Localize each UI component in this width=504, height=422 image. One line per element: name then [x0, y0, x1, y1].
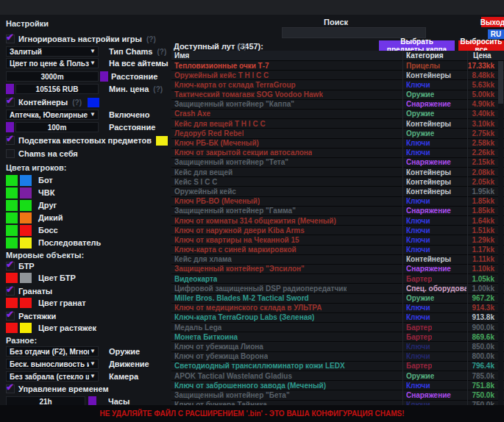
help-hint[interactable]: (?) — [237, 43, 246, 51]
item-category: Снаряжение — [406, 391, 451, 399]
select-kappa-items-button[interactable]: Выбрать предметы каппа — [379, 40, 455, 51]
world-object-color-swatch[interactable] — [6, 323, 18, 333]
misc-dropdown-row: Без забрала (стекло шлема)▼Камера — [6, 371, 171, 382]
table-row[interactable]: Miller Bros. Blades M-2 Tactical SwordОр… — [171, 294, 504, 304]
player-visible-color-swatch[interactable] — [6, 200, 18, 211]
min-price-value: 105156 RUB — [36, 85, 79, 93]
table-row[interactable]: Защищенный контейнер "Эпсилон"Снаряжение… — [171, 265, 504, 274]
self-chams-checkbox[interactable] — [6, 149, 15, 158]
table-row[interactable]: Ключ от наружной двери Kiba ArmsКлючи1.5… — [171, 226, 504, 235]
containers-color-swatch[interactable] — [88, 98, 99, 107]
distance-value: 3000m — [40, 73, 63, 81]
table-scrollbar[interactable] — [498, 61, 503, 405]
misc-dropdown[interactable]: Беск. выносливость и нет уста▼ — [6, 359, 99, 369]
help-hint[interactable]: (?) — [146, 35, 156, 43]
player-visible-color-swatch[interactable] — [6, 175, 18, 186]
search-input[interactable] — [282, 27, 426, 38]
quest-highlight-color-swatch[interactable] — [156, 136, 168, 146]
min-price-label: Мин. цена — [109, 85, 149, 93]
player-visible-color-swatch[interactable] — [6, 225, 18, 236]
table-row[interactable]: Кейс для вещей T H I C CКонтейнеры3.10kk — [171, 119, 504, 129]
table-row[interactable]: Защищенный контейнер "Каппа"Снаряжение4.… — [171, 100, 504, 110]
help-hint[interactable]: (?) — [72, 99, 82, 107]
table-row[interactable]: APOK Tactical Wasteland GladiusОружие785… — [171, 371, 504, 381]
misc-dropdown[interactable]: Без забрала (стекло шлема)▼ — [6, 371, 99, 382]
table-row[interactable]: Кейс для вещейКонтейнеры2.08kk — [171, 168, 504, 177]
table-row[interactable]: Ключ РБ-БК (Меченый)Ключи2.58kk — [171, 139, 504, 149]
containers-checkbox[interactable]: ✔ — [6, 98, 15, 107]
player-type-color-swatch[interactable] — [20, 200, 32, 211]
table-row[interactable]: Оружейный кейс T H I C CКонтейнеры8.48kk — [171, 71, 504, 80]
player-visible-color-swatch[interactable] — [6, 212, 18, 223]
table-row[interactable]: Цифровой защищенный DSP радиопередатчикС… — [171, 284, 504, 293]
world-object-checkbox[interactable]: ✔ — [6, 287, 15, 296]
ignore-game-settings-checkbox[interactable]: ✔ — [6, 35, 15, 43]
table-row[interactable]: Светодиодный трансиллюминатор кожи LEDXБ… — [171, 362, 504, 371]
table-row[interactable]: Ключ от убежища ВоронаКлючи800.0k — [171, 352, 504, 362]
player-type-color-swatch[interactable] — [20, 187, 32, 199]
column-header-price[interactable]: Цена — [473, 51, 491, 60]
table-row[interactable]: Ключ от медицинского склада в УЛЬТРАКлюч… — [171, 304, 504, 313]
table-row[interactable]: Ключ от убежища ЛионаКлючи850.0k — [171, 342, 504, 351]
player-type-color-swatch[interactable] — [20, 212, 32, 223]
player-type-color-swatch[interactable] — [20, 237, 32, 248]
table-row[interactable]: Оружейный кейсКонтейнеры1.95kk — [171, 187, 504, 196]
chams-type-dropdown[interactable]: Залитый ▼ — [6, 46, 99, 57]
table-row[interactable]: Защищенный контейнер "Тета"Снаряжение2.1… — [171, 158, 504, 168]
table-row[interactable]: Ключ от квартиры на Чеканной 15Ключи1.29… — [171, 235, 504, 245]
table-row[interactable]: Тепловизионные очки Т-7Прицелы17.33kk — [171, 61, 504, 71]
table-row[interactable]: Ключ от комнаты 314 общежития (Меченый)К… — [171, 216, 504, 226]
table-row[interactable]: Ключ РБ-ВО (Меченый)Ключи1.85kk — [171, 197, 504, 207]
table-row[interactable]: Медаль LegaБартер900.0k — [171, 323, 504, 332]
misc-dropdown-value: Беск. выносливость и нет уста — [10, 360, 89, 368]
loot-categories-dropdown[interactable]: Аптечка, Ювелирные и... ▼ — [6, 110, 99, 120]
distance-input[interactable]: 3000m — [6, 71, 99, 82]
player-type-color-swatch[interactable] — [20, 175, 32, 186]
misc-dropdown-row: Беск. выносливость и нет уста▼Движение — [6, 359, 171, 369]
table-row[interactable]: Ключ от заброшенного завода (Меченый)Клю… — [171, 381, 504, 390]
drop-all-button[interactable]: Выбросить все — [458, 40, 504, 51]
table-row[interactable]: Ключ-карта от склада TerraGroupКлючи5.63… — [171, 80, 504, 90]
distance-color-swatch[interactable] — [100, 71, 108, 82]
table-row[interactable]: Ключ-карта TerraGroup Labs (Зеленая)Ключ… — [171, 313, 504, 323]
scrollbar-thumb[interactable] — [498, 61, 503, 104]
table-row[interactable]: Кейс S I C CКонтейнеры2.05kk — [171, 177, 504, 187]
table-row[interactable]: Защищенный контейнер "Гамма"Снаряжение1.… — [171, 207, 504, 216]
loot-distance-input[interactable]: 100m — [15, 122, 99, 132]
quest-highlight-checkbox[interactable]: ✔ — [6, 136, 15, 145]
hours-value: 21h — [39, 398, 52, 406]
min-price-input[interactable]: 105156 RUB — [15, 84, 99, 94]
world-object-color-swatch[interactable] — [6, 298, 18, 308]
table-row[interactable]: Тактический томагавк SOG Voodoo HawkОруж… — [171, 90, 504, 100]
time-control-checkbox[interactable]: ✔ — [6, 385, 15, 393]
table-row[interactable]: Ключ от закрытой секции автосалонаКлючи2… — [171, 149, 504, 158]
column-header-name[interactable]: Имя — [174, 51, 189, 60]
chams-type-label: Тип Chams — [109, 47, 152, 56]
world-object-color-swatch[interactable] — [20, 273, 32, 283]
player-visible-color-swatch[interactable] — [6, 237, 18, 248]
help-hint[interactable]: (?) — [153, 85, 163, 93]
table-row[interactable]: ВидеокартаБартер1.05kk — [171, 274, 504, 284]
table-row[interactable]: Crash AxeОружие3.40kk — [171, 110, 504, 119]
world-object-color-swatch[interactable] — [20, 298, 32, 308]
world-object-color-swatch[interactable] — [20, 323, 32, 333]
table-row[interactable]: Ключ-карта с синей маркировкойКлючи1.17k… — [171, 246, 504, 255]
table-row[interactable]: Защищенный контейнер "Бета"Снаряжение750… — [171, 390, 504, 400]
table-row[interactable]: Ледоруб Red RebelОружие2.75kk — [171, 129, 504, 138]
help-hint[interactable]: (?) — [157, 48, 166, 56]
min-price-color-swatch[interactable] — [6, 84, 14, 94]
item-name: Crash Axe — [174, 110, 210, 118]
exit-button[interactable]: Выход — [481, 17, 504, 27]
misc-dropdown[interactable]: Без отдачи (F2), Мгновенное п▼ — [6, 346, 99, 357]
table-row[interactable]: Монета БиткоинаБартер869.6k — [171, 332, 504, 342]
world-object-color-swatch[interactable] — [6, 273, 18, 283]
column-header-category[interactable]: Категория — [406, 51, 443, 60]
table-row[interactable]: Кейс для хламаКонтейнеры1.11kk — [171, 255, 504, 265]
player-type-color-swatch[interactable] — [20, 225, 32, 236]
player-visible-color-swatch[interactable] — [6, 187, 18, 199]
world-object-checkbox[interactable]: ✔ — [6, 262, 15, 271]
world-object-checkbox[interactable]: ✔ — [6, 312, 15, 321]
color-mode-dropdown[interactable]: Цвет по цене & Пользователь ▼ — [6, 58, 99, 68]
loot-distance-color-swatch[interactable] — [6, 122, 14, 132]
item-price: 796.4k — [472, 362, 494, 370]
